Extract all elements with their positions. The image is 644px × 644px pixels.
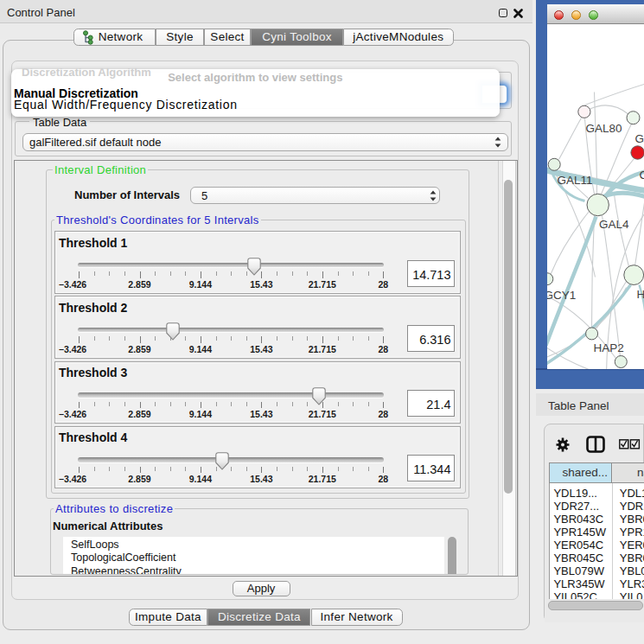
svg-text:GAL4: GAL4 (599, 217, 629, 230)
svg-text:GAL11: GAL11 (557, 173, 592, 186)
svg-text:GCY1: GCY1 (547, 289, 576, 302)
svg-text:HAP2: HAP2 (593, 341, 623, 354)
svg-text:GA: GA (634, 132, 644, 145)
svg-text:H: H (636, 288, 644, 301)
svg-text:GAL80: GAL80 (585, 121, 622, 134)
svg-text:C: C (639, 168, 644, 181)
